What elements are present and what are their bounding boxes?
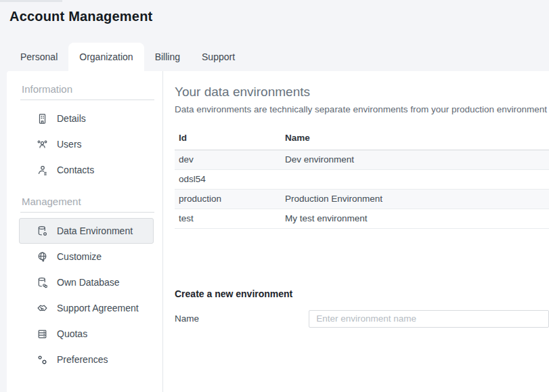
cell-name: My test environment xyxy=(281,209,549,228)
sidebar-heading-management: Management xyxy=(22,196,162,207)
sidebar-item-label: Own Database xyxy=(57,277,120,288)
tab-support[interactable]: Support xyxy=(191,43,246,71)
sidebar-item-support-agreement[interactable]: Support Agreement xyxy=(19,295,154,321)
database-gear-icon xyxy=(37,225,48,237)
cell-id: test xyxy=(175,209,281,228)
section-title: Your data environments xyxy=(175,85,549,100)
gears-icon xyxy=(37,354,48,366)
handshake-icon xyxy=(37,303,48,314)
users-icon xyxy=(37,139,48,150)
cell-name: Production Environment xyxy=(281,189,549,209)
table-row[interactable]: production Production Environment xyxy=(175,189,549,209)
sidebar-item-label: Details xyxy=(57,113,86,124)
cell-id: odsl54 xyxy=(175,169,281,189)
sidebar-divider xyxy=(20,212,154,213)
section-description: Data environments are technically separa… xyxy=(175,104,549,114)
sidebar: Information Details xyxy=(7,71,163,392)
sidebar-item-quotas[interactable]: Quotas xyxy=(19,321,154,347)
sidebar-item-label: Users xyxy=(57,139,82,150)
tab-bar: Personal Organization Billing Support xyxy=(9,43,246,71)
sidebar-item-label: Support Agreement xyxy=(57,303,139,313)
sidebar-item-contacts[interactable]: Contacts xyxy=(19,157,154,183)
sidebar-item-details[interactable]: Details xyxy=(19,106,154,131)
column-header-id: Id xyxy=(175,131,281,150)
name-label: Name xyxy=(175,313,309,324)
cell-name: Dev environment xyxy=(281,150,549,169)
content-panel: Information Details xyxy=(7,71,549,392)
database-link-icon xyxy=(37,277,48,288)
environment-name-input[interactable] xyxy=(309,310,549,328)
cell-id: dev xyxy=(175,150,281,169)
create-environment-form-row: Name xyxy=(175,310,549,328)
top-edge-strip xyxy=(0,0,62,2)
sidebar-item-label: Preferences xyxy=(57,354,108,365)
table-row[interactable]: dev Dev environment xyxy=(175,150,549,169)
tab-billing[interactable]: Billing xyxy=(144,43,191,71)
tab-organization[interactable]: Organization xyxy=(68,43,144,71)
sidebar-item-label: Quotas xyxy=(57,328,87,339)
server-icon xyxy=(37,328,48,340)
page-title: Account Management xyxy=(9,9,152,24)
table-row[interactable]: test My test environment xyxy=(175,209,549,228)
table-row[interactable]: odsl54 xyxy=(175,169,549,189)
contact-list-icon xyxy=(37,165,48,176)
environments-table: Id Name dev Dev environment odsl54 produ… xyxy=(175,131,549,229)
sidebar-heading-information: Information xyxy=(22,83,162,95)
sidebar-item-label: Customize xyxy=(57,251,102,262)
create-environment-heading: Create a new environment xyxy=(175,288,549,299)
globe-star-icon xyxy=(37,251,48,263)
column-header-name: Name xyxy=(281,131,549,150)
sidebar-item-own-database[interactable]: Own Database xyxy=(19,269,154,295)
sidebar-item-preferences[interactable]: Preferences xyxy=(19,347,154,372)
cell-id: production xyxy=(175,189,281,209)
sidebar-divider xyxy=(20,100,154,100)
sidebar-item-data-environment[interactable]: Data Environment xyxy=(19,218,154,244)
tab-personal[interactable]: Personal xyxy=(9,43,68,71)
sidebar-item-label: Contacts xyxy=(57,165,94,175)
sidebar-item-customize[interactable]: Customize xyxy=(19,244,154,269)
cell-name xyxy=(281,169,549,189)
main-content: Your data environments Data environments… xyxy=(175,71,549,328)
table-header-row: Id Name xyxy=(175,131,549,150)
building-icon xyxy=(37,113,48,125)
sidebar-item-users[interactable]: Users xyxy=(19,131,154,157)
sidebar-item-label: Data Environment xyxy=(57,225,133,236)
